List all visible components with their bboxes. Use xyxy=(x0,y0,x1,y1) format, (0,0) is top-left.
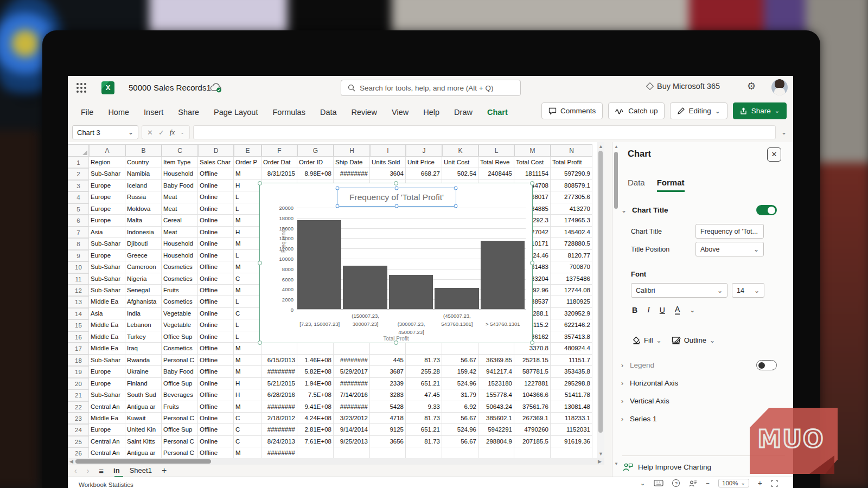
cell[interactable]: 11151.7 xyxy=(551,355,592,366)
cell[interactable]: 1523180 xyxy=(478,378,514,389)
title-handle[interactable] xyxy=(336,204,340,208)
cell[interactable]: South Sud xyxy=(125,389,162,401)
font-color-button[interactable]: A xyxy=(675,305,680,315)
vertical-scroll-thumb[interactable] xyxy=(598,151,603,433)
cell[interactable]: 37561.76 xyxy=(514,401,551,413)
cell[interactable]: 7.61E+08 xyxy=(297,436,334,447)
cell[interactable]: L xyxy=(234,331,261,343)
cell[interactable]: 207185.5 xyxy=(514,436,551,447)
cell[interactable]: Central An xyxy=(89,436,125,447)
zoom-out-icon[interactable]: − xyxy=(706,480,710,486)
column-header-B[interactable]: B xyxy=(125,144,162,157)
cell[interactable]: 9.33 xyxy=(406,401,442,413)
panel-section-vertical-axis[interactable]: ›Vertical Axis xyxy=(621,397,669,405)
scroll-right-icon[interactable]: ▶ xyxy=(598,459,602,464)
cell[interactable]: M xyxy=(234,366,261,377)
cell[interactable]: 3/23/2012 xyxy=(334,413,370,424)
cancel-icon[interactable]: ✕ xyxy=(147,129,153,137)
sheet-tab-sheet1[interactable]: Sheet1 xyxy=(130,466,152,476)
cell[interactable]: 1811154 xyxy=(514,168,551,179)
row-number[interactable]: 8 xyxy=(68,238,89,249)
cell[interactable]: 6.92 xyxy=(442,401,478,413)
cell[interactable] xyxy=(261,343,297,354)
column-header-F[interactable]: F xyxy=(261,144,297,157)
font-size-select[interactable]: 14 ⌄ xyxy=(732,283,764,298)
row-number[interactable]: 4 xyxy=(68,191,89,203)
cell[interactable]: M xyxy=(234,401,261,413)
cell[interactable]: Sub-Sahar xyxy=(89,168,125,179)
panel-section-horizontal-axis[interactable]: ›Horizontal Axis xyxy=(621,379,678,387)
cell[interactable]: Personal C xyxy=(162,447,198,459)
cell[interactable]: Cameroon xyxy=(125,261,162,273)
cell[interactable]: ######## xyxy=(261,424,297,435)
cell[interactable]: Online xyxy=(198,238,234,249)
cell[interactable]: Offline xyxy=(198,447,234,459)
cell[interactable]: Offline xyxy=(198,343,234,354)
cell[interactable] xyxy=(442,447,478,459)
cell[interactable]: Fruits xyxy=(162,285,198,296)
cell[interactable]: Baby Food xyxy=(162,366,198,377)
cell[interactable]: Online xyxy=(198,250,234,261)
cell[interactable]: 808579.1 xyxy=(551,180,592,191)
cell[interactable] xyxy=(334,447,370,459)
title-handle[interactable] xyxy=(454,187,458,190)
fill-button[interactable]: Fill ⌄ xyxy=(632,336,662,344)
cell[interactable]: Namibia xyxy=(125,168,162,179)
cell[interactable]: L xyxy=(234,203,261,215)
cell[interactable] xyxy=(334,343,370,354)
cell[interactable]: Kuwait xyxy=(125,413,162,424)
cell[interactable]: 3687 xyxy=(370,366,406,377)
cell[interactable]: Total Cost xyxy=(514,157,551,168)
tab-format[interactable]: Format xyxy=(657,178,685,192)
cell[interactable]: Online xyxy=(198,308,234,319)
histogram-bar[interactable] xyxy=(389,275,433,309)
horizontal-scroll-thumb[interactable] xyxy=(75,459,211,464)
cell[interactable]: Personal C xyxy=(162,436,198,447)
cell[interactable]: 5428 xyxy=(370,401,406,413)
cell[interactable]: Offline xyxy=(198,424,234,435)
scroll-down-icon[interactable]: ▼ xyxy=(614,461,618,466)
cell[interactable]: 6/15/2013 xyxy=(261,355,297,366)
cell[interactable]: Item Type xyxy=(162,157,198,168)
chart-handle[interactable] xyxy=(258,261,262,265)
cell[interactable]: 4718 xyxy=(370,413,406,424)
cell[interactable]: M xyxy=(234,215,261,226)
cell[interactable]: 445 xyxy=(370,355,406,366)
cell[interactable]: 145402.4 xyxy=(551,227,592,238)
chart-handle[interactable] xyxy=(530,261,534,265)
cell[interactable]: 941217.4 xyxy=(478,366,514,377)
cell[interactable] xyxy=(370,343,406,354)
cell[interactable]: Sub-Sahar xyxy=(89,238,125,249)
cell[interactable]: 5/29/2017 xyxy=(334,366,370,377)
cell[interactable]: Middle Ea xyxy=(89,413,125,424)
cell[interactable]: 5942291 xyxy=(478,424,514,435)
cell[interactable] xyxy=(406,447,442,459)
cell[interactable] xyxy=(514,447,551,459)
cell[interactable]: ######## xyxy=(261,401,297,413)
scroll-down-icon[interactable]: ▼ xyxy=(598,451,603,457)
cell[interactable]: Meat xyxy=(162,203,198,215)
column-header-H[interactable]: H xyxy=(334,144,370,157)
cell[interactable]: L xyxy=(234,250,261,261)
column-header-E[interactable]: E xyxy=(234,144,261,157)
cell[interactable]: Lebanon xyxy=(125,319,162,331)
cell[interactable]: Total Reve xyxy=(478,157,514,168)
panel-section-legend[interactable]: ›Legend xyxy=(621,361,654,369)
cell[interactable]: 8120.77 xyxy=(551,250,592,261)
cell[interactable]: 4.24E+08 xyxy=(297,413,334,424)
cell[interactable]: Sales Char xyxy=(198,157,234,168)
cell[interactable]: 1375486 xyxy=(551,273,592,285)
cell[interactable]: 587781.5 xyxy=(514,366,551,377)
cell[interactable]: Region xyxy=(89,157,125,168)
cell[interactable]: 50643.24 xyxy=(478,401,514,413)
column-header-I[interactable]: I xyxy=(370,144,406,157)
menu-item-draw[interactable]: Draw xyxy=(454,108,473,117)
cell[interactable]: 13081.48 xyxy=(551,401,592,413)
column-header-J[interactable]: J xyxy=(406,144,442,157)
horizontal-scrollbar[interactable]: ◀ ▶ xyxy=(68,458,604,465)
fx-icon[interactable]: fx xyxy=(170,128,175,137)
cell[interactable]: 104366.6 xyxy=(514,389,551,401)
cell[interactable]: 1227881 xyxy=(514,378,551,389)
cell[interactable] xyxy=(297,343,334,354)
cell[interactable] xyxy=(442,343,478,354)
